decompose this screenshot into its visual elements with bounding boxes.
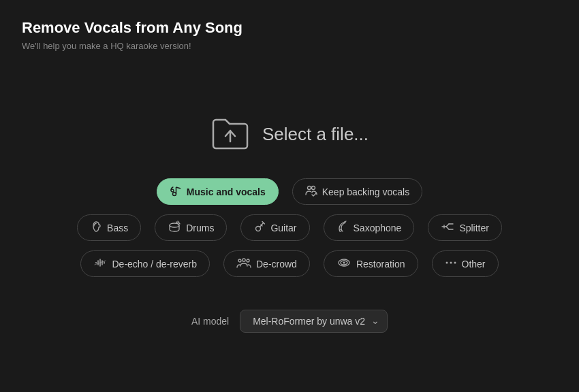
de-crowd-icon (236, 257, 251, 271)
svg-line-19 (446, 227, 449, 229)
drums-label: Drums (186, 223, 214, 233)
restoration-label: Restoration (356, 259, 405, 270)
svg-point-37 (454, 262, 456, 264)
page-title: Remove Vocals from Any Song (22, 19, 557, 37)
bass-icon (90, 220, 102, 235)
de-echo-label: De-echo / de-reverb (112, 259, 197, 270)
options-row-2: Bass Drums (77, 214, 502, 241)
restoration-icon (337, 257, 351, 271)
svg-point-11 (256, 227, 261, 231)
main-content: Select a file... Music and vocals (0, 58, 579, 392)
option-bass[interactable]: Bass (77, 214, 141, 241)
options-row-1: Music and vocals Keep backing vocals (157, 178, 422, 205)
header: Remove Vocals from Any Song We'll help y… (0, 0, 579, 58)
select-file-text: Select a file... (262, 124, 369, 145)
option-saxophone[interactable]: Saxophone (324, 214, 415, 241)
options-row-3: De-echo / de-reverb De-crowd (80, 250, 498, 277)
svg-line-18 (446, 224, 449, 227)
option-music-and-vocals[interactable]: Music and vocals (157, 178, 279, 205)
options-section: Music and vocals Keep backing vocals (77, 178, 502, 277)
ai-model-select[interactable]: Mel-RoFormer by unwa v2 Demucs v4 HTDemu… (240, 310, 388, 333)
file-select-area[interactable]: Select a file... (210, 117, 369, 151)
other-icon (445, 257, 457, 271)
keep-backing-vocals-label: Keep backing vocals (322, 186, 409, 197)
de-crowd-label: De-crowd (256, 259, 297, 270)
option-drums[interactable]: Drums (155, 214, 227, 241)
splitter-label: Splitter (459, 223, 489, 233)
option-de-crowd[interactable]: De-crowd (223, 250, 310, 277)
svg-line-16 (345, 221, 346, 222)
option-keep-backing-vocals[interactable]: Keep backing vocals (292, 178, 422, 205)
bass-label: Bass (107, 223, 128, 233)
svg-point-5 (311, 186, 315, 190)
saxophone-label: Saxophone (354, 223, 402, 233)
option-guitar[interactable]: Guitar (240, 214, 309, 241)
svg-line-12 (260, 223, 264, 227)
guitar-icon (253, 220, 266, 235)
ai-model-wrapper: Mel-RoFormer by unwa v2 Demucs v4 HTDemu… (240, 310, 388, 333)
svg-point-4 (307, 186, 311, 190)
svg-point-34 (343, 262, 345, 264)
de-echo-icon (93, 257, 107, 271)
folder-upload-icon (210, 117, 250, 151)
other-label: Other (462, 259, 486, 270)
splitter-icon (441, 220, 454, 235)
svg-point-36 (450, 262, 452, 264)
file-select-inner: Select a file... (210, 117, 369, 151)
music-vocals-icon (170, 184, 182, 199)
svg-point-35 (445, 262, 448, 264)
page-subtitle: We'll help you make a HQ karaoke version… (22, 41, 557, 51)
svg-point-31 (247, 259, 249, 262)
svg-point-29 (238, 259, 241, 262)
svg-point-15 (339, 229, 341, 231)
ai-model-row: AI model Mel-RoFormer by unwa v2 Demucs … (191, 310, 388, 333)
music-and-vocals-label: Music and vocals (187, 186, 266, 197)
guitar-label: Guitar (270, 223, 296, 233)
saxophone-icon (337, 220, 349, 235)
option-other[interactable]: Other (432, 250, 499, 277)
option-restoration[interactable]: Restoration (324, 250, 418, 277)
keep-backing-vocals-icon (305, 184, 317, 199)
drums-icon (168, 220, 181, 235)
option-de-echo[interactable]: De-echo / de-reverb (80, 250, 210, 277)
ai-model-label: AI model (191, 316, 229, 327)
option-splitter[interactable]: Splitter (428, 214, 502, 241)
svg-line-2 (176, 187, 181, 189)
svg-point-30 (242, 259, 245, 261)
